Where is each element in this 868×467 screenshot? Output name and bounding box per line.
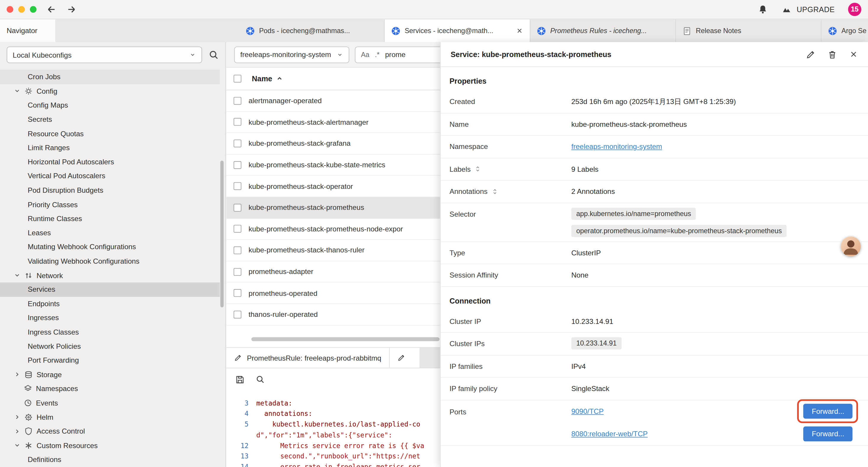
helm-icon xyxy=(24,413,32,421)
forward-button[interactable]: Forward... xyxy=(804,426,852,441)
sidebar-item-namespaces[interactable]: Namespaces xyxy=(0,382,220,396)
property-value: ClusterIP xyxy=(571,249,601,257)
edit-pencil-icon[interactable] xyxy=(806,50,815,59)
details-drawer: Service: kube-prometheus-stack-prometheu… xyxy=(440,42,868,467)
close-icon[interactable] xyxy=(849,50,858,59)
notifications-bell-icon[interactable] xyxy=(758,4,768,14)
dock-tab-prometheusrule[interactable]: PrometheusRule: freeleaps-prod-rabbitmq xyxy=(226,348,390,368)
sidebar-item-leases[interactable]: Leases xyxy=(0,226,220,240)
namespace-selector[interactable]: freeleaps-monitoring-system xyxy=(234,46,349,63)
sidebar-item-validating-webhook-configurations[interactable]: Validating Webhook Configurations xyxy=(0,254,220,268)
navigator-panel-tab[interactable]: Navigator xyxy=(0,20,56,42)
service-name: thanos-ruler-operated xyxy=(248,310,318,319)
sidebar-item-port-forwarding[interactable]: Port Forwarding xyxy=(0,353,220,368)
row-checkbox[interactable] xyxy=(234,311,241,318)
editor-search-icon[interactable] xyxy=(256,375,265,384)
tab-prometheus-rules-icecheng[interactable]: Prometheus Rules - icecheng... xyxy=(530,20,676,42)
regex-toggle[interactable]: .* xyxy=(375,51,380,58)
sidebar-item-limit-ranges[interactable]: Limit Ranges xyxy=(0,141,220,155)
sidebar-item-storage[interactable]: Storage xyxy=(0,368,220,382)
sidebar-item-vertical-pod-autoscalers[interactable]: Vertical Pod Autoscalers xyxy=(0,169,220,183)
row-checkbox[interactable] xyxy=(234,182,241,190)
port-link[interactable]: 8080:reloader-web/TCP xyxy=(571,430,648,438)
sidebar-item-services[interactable]: Services xyxy=(0,282,220,296)
assistant-avatar[interactable] xyxy=(841,236,861,256)
row-checkbox[interactable] xyxy=(234,97,241,105)
property-label: Namespace xyxy=(450,143,488,151)
sidebar-item-resource-quotas[interactable]: Resource Quotas xyxy=(0,126,220,141)
sidebar-scrollbar[interactable] xyxy=(220,160,224,308)
sidebar-item-custom-resources[interactable]: Custom Resources xyxy=(0,438,220,453)
horizontal-scrollbar[interactable] xyxy=(251,337,440,341)
back-arrow-icon[interactable] xyxy=(46,4,56,14)
chevron-right-icon[interactable] xyxy=(14,371,20,378)
chevron-down-icon[interactable] xyxy=(14,442,20,449)
trash-icon[interactable] xyxy=(828,50,837,59)
match-case-toggle[interactable]: Aa xyxy=(361,51,370,58)
sidebar-item-network[interactable]: Network xyxy=(0,268,220,282)
sidebar-item-pod-disruption-budgets[interactable]: Pod Disruption Budgets xyxy=(0,183,220,198)
notification-count-badge[interactable]: 15 xyxy=(848,3,862,16)
row-checkbox[interactable] xyxy=(234,225,241,233)
sidebar-item-label: Network xyxy=(37,271,63,279)
tab-release-notes[interactable]: Release Notes xyxy=(676,20,822,42)
service-name: kube-prometheus-stack-alertmanager xyxy=(248,118,368,126)
tab-services-icecheng-math[interactable]: Services - icecheng@math... xyxy=(385,20,530,42)
sort-updown-icon[interactable] xyxy=(491,188,498,195)
row-checkbox[interactable] xyxy=(234,246,241,254)
save-icon[interactable] xyxy=(235,375,245,384)
row-checkbox[interactable] xyxy=(234,268,241,275)
service-name: prometheus-adapter xyxy=(248,267,313,276)
dock-tab-partial[interactable] xyxy=(390,348,420,368)
chevron-down-icon[interactable] xyxy=(14,272,20,279)
forward-button-wrap: Forward... xyxy=(804,404,852,419)
sidebar-item-ingress-classes[interactable]: Ingress Classes xyxy=(0,325,220,339)
tab-argo-se[interactable]: Argo Se xyxy=(822,20,868,42)
sort-ascending-icon[interactable] xyxy=(276,75,283,83)
sidebar-item-definitions[interactable]: Definitions xyxy=(0,453,220,467)
sidebar-item-config[interactable]: Config xyxy=(0,84,220,98)
sidebar-item-horizontal-pod-autoscalers[interactable]: Horizontal Pod Autoscalers xyxy=(0,155,220,169)
service-name: prometheus-operated xyxy=(248,289,317,297)
row-checkbox[interactable] xyxy=(234,140,241,147)
sidebar-item-helm[interactable]: Helm xyxy=(0,410,220,424)
property-label: Cluster IPs xyxy=(450,340,485,348)
sidebar-item-ingresses[interactable]: Ingresses xyxy=(0,311,220,325)
chevron-down-icon[interactable] xyxy=(14,88,20,94)
select-all-checkbox[interactable] xyxy=(234,75,241,83)
sort-updown-icon[interactable] xyxy=(474,166,481,172)
sidebar-search-icon[interactable] xyxy=(209,50,219,60)
kubernetes-icon xyxy=(392,26,400,35)
forward-arrow-icon[interactable] xyxy=(66,4,76,14)
line-number: 3 xyxy=(226,398,256,409)
close-window-button[interactable] xyxy=(6,6,13,13)
sidebar-item-network-policies[interactable]: Network Policies xyxy=(0,339,220,353)
upgrade-button[interactable]: UPGRADE xyxy=(781,5,835,14)
sidebar-item-events[interactable]: Events xyxy=(0,396,220,410)
name-column-header[interactable]: Name xyxy=(252,75,272,83)
sidebar-item-runtime-classes[interactable]: Runtime Classes xyxy=(0,212,220,226)
sidebar-item-priority-classes[interactable]: Priority Classes xyxy=(0,198,220,212)
property-value-link[interactable]: freeleaps-monitoring-system xyxy=(571,143,662,151)
row-checkbox[interactable] xyxy=(234,204,241,211)
sidebar-item-label: Cron Jobs xyxy=(28,73,61,81)
row-checkbox[interactable] xyxy=(234,161,241,169)
sidebar-item-endpoints[interactable]: Endpoints xyxy=(0,296,220,311)
port-link[interactable]: 9090/TCP xyxy=(571,407,604,415)
property-label: Ports xyxy=(450,407,466,415)
chevron-right-icon[interactable] xyxy=(14,414,20,420)
zoom-window-button[interactable] xyxy=(30,6,36,13)
chevron-right-icon[interactable] xyxy=(14,428,20,435)
sidebar-item-secrets[interactable]: Secrets xyxy=(0,112,220,126)
sidebar-item-cron-jobs[interactable]: Cron Jobs xyxy=(0,70,220,84)
row-checkbox[interactable] xyxy=(234,289,241,297)
kubeconfig-selector[interactable]: Local Kubeconfigs xyxy=(6,47,202,63)
forward-button[interactable]: Forward... xyxy=(804,404,852,419)
sidebar-item-config-maps[interactable]: Config Maps xyxy=(0,98,220,112)
sidebar-item-access-control[interactable]: Access Control xyxy=(0,424,220,438)
sidebar-item-mutating-webhook-configurations[interactable]: Mutating Webhook Configurations xyxy=(0,240,220,254)
minimize-window-button[interactable] xyxy=(18,6,25,13)
tab-pods-icecheng-mathmas[interactable]: Pods - icecheng@mathmas... xyxy=(239,20,385,42)
close-tab-icon[interactable] xyxy=(516,27,523,34)
row-checkbox[interactable] xyxy=(234,118,241,126)
